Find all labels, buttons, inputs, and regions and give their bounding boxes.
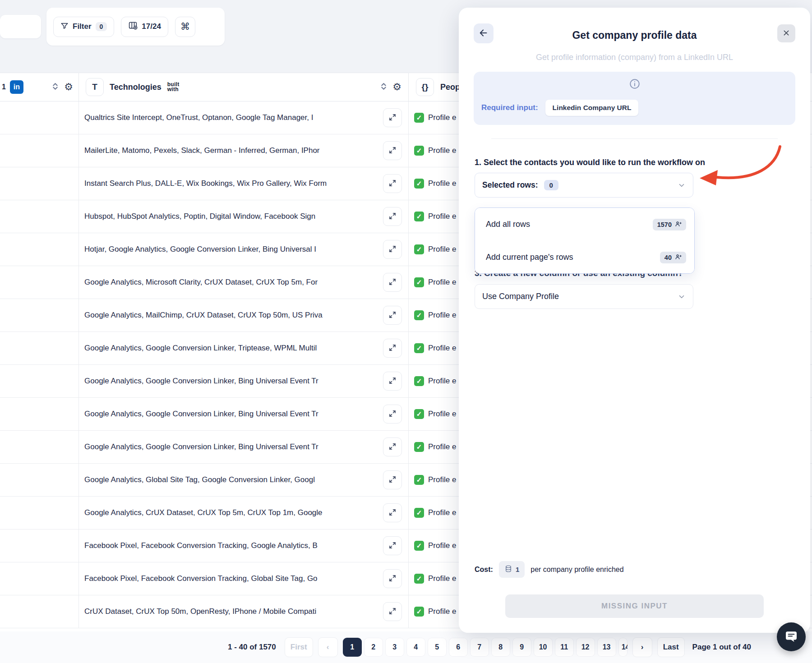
header-technologies-column[interactable]: T Technologies built with ⚙ — [79, 73, 409, 101]
chat-launcher-button[interactable] — [777, 622, 806, 651]
technologies-cell[interactable]: Hubspot, HubSpot Analytics, Poptin, Digi… — [79, 200, 409, 233]
page-number-button[interactable]: 9 — [512, 638, 531, 657]
previous-page-button[interactable]: ‹ — [318, 637, 338, 657]
technologies-cell[interactable]: Google Analytics, Microsoft Clarity, CrU… — [79, 266, 409, 299]
expand-cell-button[interactable] — [383, 372, 402, 391]
page-number-button[interactable]: 12 — [576, 638, 595, 657]
missing-input-button[interactable]: MISSING INPUT — [505, 594, 764, 618]
technologies-cell-text: Google Analytics, Google Conversion Link… — [84, 344, 378, 353]
expand-cell-button[interactable] — [383, 405, 402, 424]
row-blank-cell[interactable] — [0, 595, 79, 628]
page-number-button[interactable]: 8 — [491, 638, 510, 657]
linkedin-icon: in — [10, 80, 23, 94]
expand-cell-button[interactable] — [383, 437, 402, 456]
expand-cell-button[interactable] — [383, 108, 402, 127]
cost-row: Cost: 1 per company profile enriched — [475, 561, 624, 578]
cost-suffix: per company profile enriched — [531, 566, 623, 574]
technologies-cell[interactable]: Google Analytics, Google Conversion Link… — [79, 431, 409, 463]
sort-icon[interactable] — [380, 82, 387, 92]
technologies-cell-text: Google Analytics, Google Conversion Link… — [84, 442, 378, 451]
expand-cell-button[interactable] — [383, 207, 402, 226]
row-blank-cell[interactable] — [0, 299, 79, 332]
technologies-cell[interactable]: CrUX Dataset, CrUX Top 50m, OpenResty, I… — [79, 595, 409, 628]
row-blank-cell[interactable] — [0, 562, 79, 595]
expand-icon — [388, 278, 397, 287]
row-blank-cell[interactable] — [0, 529, 79, 562]
page-number-button[interactable]: 13 — [597, 638, 616, 657]
expand-cell-button[interactable] — [383, 240, 402, 259]
next-page-button[interactable]: › — [632, 637, 652, 657]
row-blank-cell[interactable] — [0, 233, 79, 266]
page-number-button[interactable]: 14 — [618, 638, 627, 657]
expand-cell-button[interactable] — [383, 141, 402, 160]
selected-rows-select[interactable]: Selected rows: 0 — [475, 173, 693, 198]
technologies-cell[interactable]: Google Analytics, Global Site Tag, Googl… — [79, 464, 409, 496]
technologies-cell[interactable]: Hotjar, Google Analytics, Google Convers… — [79, 233, 409, 266]
row-blank-cell[interactable] — [0, 167, 79, 200]
last-page-button[interactable]: Last — [657, 637, 685, 657]
expand-cell-button[interactable] — [383, 306, 402, 325]
technologies-cell[interactable]: Google Analytics, Google Conversion Link… — [79, 398, 409, 430]
page-number-button[interactable]: 1 — [343, 638, 362, 657]
expand-cell-button[interactable] — [383, 470, 402, 489]
command-shortcut-button[interactable]: ⌘ — [175, 17, 195, 37]
page-number-button[interactable]: 4 — [406, 638, 425, 657]
header-linkedin-column[interactable]: 1 in ⚙ — [0, 73, 79, 101]
info-icon — [629, 78, 641, 92]
menu-item-add-all-rows[interactable]: Add all rows 1570 — [475, 208, 694, 241]
technologies-cell[interactable]: Google Analytics, Google Conversion Link… — [79, 365, 409, 397]
expand-cell-button[interactable] — [383, 602, 402, 621]
braces-type-icon: {} — [416, 78, 434, 96]
chevron-down-icon — [678, 293, 686, 301]
page-number-button[interactable]: 3 — [385, 638, 404, 657]
expand-cell-button[interactable] — [383, 503, 402, 522]
check-icon: ✓ — [414, 343, 424, 353]
column-settings-icon[interactable]: ⚙ — [64, 82, 73, 92]
technologies-cell[interactable]: MailerLite, Matomo, Pexels, Slack, Germa… — [79, 134, 409, 167]
column-select[interactable]: Use Company Profile — [475, 284, 693, 309]
toolbar-stub-button[interactable] — [0, 15, 41, 38]
page-number-button[interactable]: 6 — [449, 638, 468, 657]
technologies-cell[interactable]: Google Analytics, CrUX Dataset, CrUX Top… — [79, 497, 409, 529]
column-settings-icon[interactable]: ⚙ — [392, 82, 401, 92]
users-icon — [675, 221, 682, 229]
filter-button[interactable]: Filter 0 — [53, 17, 114, 37]
sort-icon[interactable] — [52, 82, 59, 92]
expand-cell-button[interactable] — [383, 536, 402, 555]
technologies-cell[interactable]: Facebook Pixel, Facebook Conversion Trac… — [79, 529, 409, 562]
row-blank-cell[interactable] — [0, 398, 79, 430]
expand-cell-button[interactable] — [383, 273, 402, 292]
expand-cell-button[interactable] — [383, 174, 402, 193]
row-blank-cell[interactable] — [0, 332, 79, 364]
technologies-cell[interactable]: Google Analytics, Google Conversion Link… — [79, 332, 409, 364]
expand-cell-button[interactable] — [383, 569, 402, 588]
page-number-button[interactable]: 10 — [534, 638, 553, 657]
columns-visibility-button[interactable]: 17/24 — [121, 17, 168, 37]
row-blank-cell[interactable] — [0, 134, 79, 167]
row-blank-cell[interactable] — [0, 464, 79, 496]
technologies-cell[interactable]: Instant Search Plus, DALL-E, Wix Booking… — [79, 167, 409, 200]
expand-cell-button[interactable] — [383, 339, 402, 358]
first-page-button[interactable]: First — [285, 637, 313, 657]
row-blank-cell[interactable] — [0, 101, 79, 134]
row-blank-cell[interactable] — [0, 497, 79, 529]
technologies-cell[interactable]: Qualtrics Site Intercept, OneTrust, Opta… — [79, 101, 409, 134]
columns-settings-icon — [128, 21, 138, 32]
row-blank-cell[interactable] — [0, 431, 79, 463]
page-number-button[interactable]: 2 — [364, 638, 383, 657]
check-icon: ✓ — [414, 179, 424, 189]
technologies-cell[interactable]: Google Analytics, MailChimp, CrUX Datase… — [79, 299, 409, 332]
row-blank-cell[interactable] — [0, 266, 79, 299]
page-number-button[interactable]: 11 — [555, 638, 574, 657]
page-rows-count-badge: 40 — [660, 252, 686, 263]
menu-item-add-current-page-rows[interactable]: Add current page's rows 40 — [475, 241, 694, 274]
row-blank-cell[interactable] — [0, 200, 79, 233]
page-number-button[interactable]: 5 — [428, 638, 447, 657]
workflow-modal: Get company profile data Get profile inf… — [459, 8, 810, 633]
row-blank-cell[interactable] — [0, 365, 79, 397]
technologies-cell[interactable]: Facebook Pixel, Facebook Conversion Trac… — [79, 562, 409, 595]
close-button[interactable] — [777, 24, 795, 42]
page-number-button[interactable]: 7 — [470, 638, 489, 657]
technologies-cell-text: Facebook Pixel, Facebook Conversion Trac… — [84, 541, 378, 550]
columns-count-label: 17/24 — [142, 22, 161, 31]
